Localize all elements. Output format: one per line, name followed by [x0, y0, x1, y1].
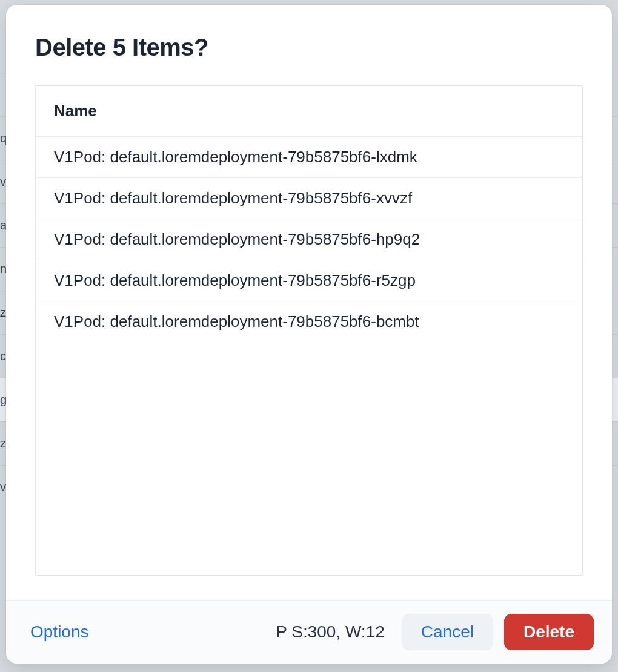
delete-button[interactable]: Delete [504, 614, 594, 650]
modal-body: Delete 5 Items? Name V1Pod: default.lore… [6, 5, 612, 600]
cancel-button[interactable]: Cancel [402, 614, 493, 650]
confirm-delete-modal: Delete 5 Items? Name V1Pod: default.lore… [6, 5, 612, 664]
list-item: V1Pod: default.loremdeployment-79b5875bf… [36, 137, 582, 178]
list-item: V1Pod: default.loremdeployment-79b5875bf… [36, 178, 582, 219]
items-column-header: Name [36, 86, 582, 137]
options-button[interactable]: Options [24, 619, 95, 645]
modal-footer: Options P S:300, W:12 Cancel Delete [6, 600, 612, 664]
items-list[interactable]: V1Pod: default.loremdeployment-79b5875bf… [36, 137, 582, 575]
items-panel: Name V1Pod: default.loremdeployment-79b5… [35, 85, 583, 576]
list-item: V1Pod: default.loremdeployment-79b5875bf… [36, 260, 582, 301]
status-text: P S:300, W:12 [276, 622, 385, 642]
modal-title: Delete 5 Items? [35, 34, 583, 61]
list-item: V1Pod: default.loremdeployment-79b5875bf… [36, 219, 582, 260]
list-item: V1Pod: default.loremdeployment-79b5875bf… [36, 301, 582, 342]
